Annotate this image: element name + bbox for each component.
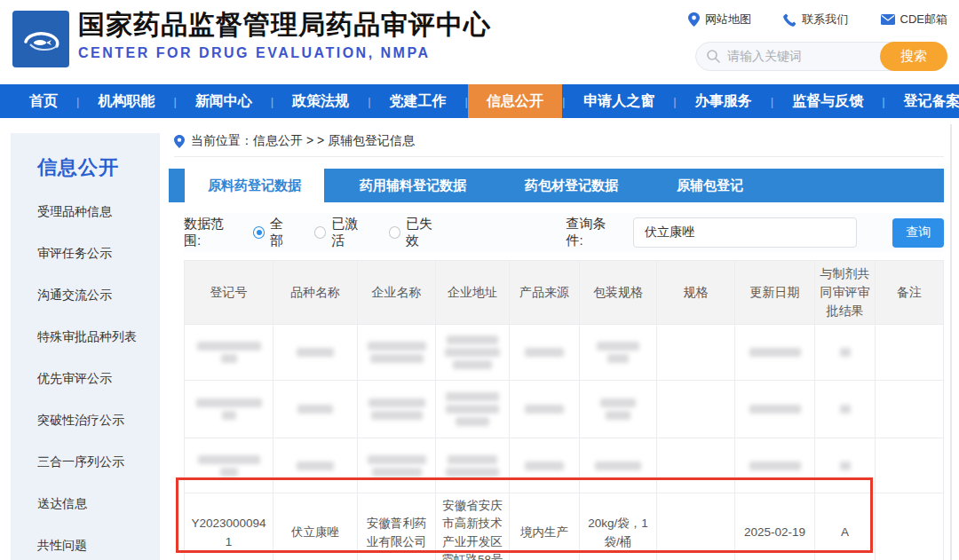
sidebar-item-priority-review[interactable]: 优先审评公示: [37, 371, 160, 387]
radio-expired-label: 已失效: [406, 216, 443, 249]
redacted-cell: [510, 381, 580, 438]
redacted-cell: [273, 381, 358, 438]
redacted-cell: [815, 325, 876, 381]
nav-item-supervision[interactable]: 监督与反馈: [773, 84, 882, 118]
content-right-divider: [950, 124, 952, 560]
query-button[interactable]: 查询: [892, 218, 944, 248]
cell-variety-name: 伏立康唑: [273, 493, 358, 560]
cell-spec: [657, 493, 735, 560]
scope-radio-group: 全部 已激活 已失效: [253, 216, 444, 249]
quick-links: 网站地图 联系我们 CDE邮箱: [688, 12, 947, 28]
col-header-package-spec: 包装规格: [580, 261, 657, 325]
radio-expired-control[interactable]: [389, 226, 400, 239]
radio-all[interactable]: 全部: [253, 216, 295, 249]
cde-mail-link[interactable]: CDE邮箱: [881, 12, 947, 28]
redacted-cell: [876, 325, 944, 381]
site-subtitle: CENTER FOR DRUG EVALUATION, NMPA: [78, 45, 491, 61]
sidebar: 信息公开 受理品种信息 审评任务公示 沟通交流公示 特殊审批品种列表 优先审评公…: [11, 133, 160, 560]
contact-us-label: 联系我们: [802, 12, 848, 28]
redacted-cell: [876, 438, 944, 493]
redacted-cell: [436, 438, 510, 493]
redacted-cell: [580, 325, 657, 381]
filter-bar: 数据范围: 全部 已激活 已失效 查询条件: 查询: [184, 213, 944, 252]
redacted-cell: [273, 325, 358, 381]
phone-icon: [783, 13, 797, 27]
search-icon: [707, 50, 720, 63]
cde-logo: [12, 11, 69, 67]
nav-item-policy[interactable]: 政策法规: [273, 84, 368, 118]
sidebar-item-breakthrough-therapy[interactable]: 突破性治疗公示: [37, 413, 160, 429]
redacted-cell: [735, 381, 815, 438]
cell-registration-no: Y20230000941: [185, 493, 273, 560]
tab-api-registration-data[interactable]: 原料药登记数据: [185, 169, 324, 202]
col-header-remarks: 备注: [876, 261, 944, 325]
nav-item-applicant-window[interactable]: 申请人之窗: [565, 84, 673, 118]
redacted-cell: [436, 381, 510, 438]
redacted-cell: [657, 325, 735, 381]
sidebar-item-special-approval[interactable]: 特殊审批品种列表: [37, 329, 160, 345]
search-input[interactable]: 请输入关键词: [727, 49, 880, 65]
radio-activated-control[interactable]: [314, 226, 326, 239]
radio-activated-label: 已激活: [331, 216, 369, 249]
redacted-cell: [358, 438, 436, 493]
breadcrumb-label: 当前位置：信息公开 > > 原辅包登记信息: [191, 133, 415, 149]
sitemap-link[interactable]: 网站地图: [688, 12, 751, 28]
page: 国家药品监督管理局药品审评中心 CENTER FOR DRUG EVALUATI…: [0, 0, 959, 560]
redacted-cell: [657, 381, 735, 438]
sidebar-item-communication[interactable]: 沟通交流公示: [37, 288, 160, 304]
tab-packaging-registration-data[interactable]: 药包材登记数据: [502, 169, 641, 202]
site-title: 国家药品监督管理局药品审评中心: [78, 8, 491, 42]
cell-joint-review-result: A: [815, 493, 876, 560]
nav-item-info-disclosure[interactable]: 信息公开: [468, 84, 562, 118]
redacted-cell: [185, 381, 273, 438]
nav-item-functions[interactable]: 机构职能: [79, 84, 173, 118]
tab-bar: 原料药登记数据 药用辅料登记数据 药包材登记数据 原辅包登记: [169, 169, 944, 202]
registration-table: 登记号 品种名称 企业名称 企业地址 产品来源 包装规格 规格 更新日期 与制剂…: [184, 260, 944, 560]
cell-product-source: 境内生产: [510, 493, 580, 560]
nav-item-home[interactable]: 首页: [11, 84, 76, 118]
sidebar-title: 信息公开: [37, 154, 160, 181]
redacted-cell: [580, 381, 657, 438]
redacted-cell: [358, 325, 436, 381]
table-header-row: 登记号 品种名称 企业名称 企业地址 产品来源 包装规格 规格 更新日期 与制剂…: [185, 261, 944, 325]
redacted-cell: [185, 325, 273, 381]
col-header-update-date: 更新日期: [735, 261, 815, 325]
redacted-cell: [358, 381, 436, 438]
tab-excipient-registration-data[interactable]: 药用辅料登记数据: [337, 169, 489, 202]
nav-item-party[interactable]: 党建工作: [371, 84, 465, 118]
nav-item-news[interactable]: 新闻中心: [177, 84, 271, 118]
col-header-joint-review-result: 与制剂共同审评审批结果: [815, 261, 876, 325]
location-pin-icon: [174, 135, 185, 148]
contact-us-link[interactable]: 联系我们: [783, 12, 848, 28]
radio-all-control[interactable]: [253, 226, 265, 239]
cell-update-date: 2025-02-19: [735, 493, 815, 560]
query-condition-input[interactable]: [633, 217, 857, 248]
nav-item-registration-platform[interactable]: 登记备案平台: [885, 84, 959, 118]
redacted-cell: [657, 438, 735, 493]
nav-item-services[interactable]: 办事服务: [677, 84, 771, 118]
redacted-cell: [815, 381, 876, 438]
radio-activated[interactable]: 已激活: [314, 216, 369, 249]
redacted-cell: [510, 325, 580, 381]
site-search[interactable]: 请输入关键词 搜索: [695, 42, 947, 71]
cde-mail-label: CDE邮箱: [900, 12, 947, 28]
search-button[interactable]: 搜索: [880, 42, 947, 71]
table-row-redacted: [185, 381, 944, 438]
sitemap-label: 网站地图: [705, 12, 751, 28]
radio-expired[interactable]: 已失效: [389, 216, 444, 249]
title-block: 国家药品监督管理局药品审评中心 CENTER FOR DRUG EVALUATI…: [78, 8, 491, 61]
sidebar-item-delivery-info[interactable]: 送达信息: [37, 496, 160, 512]
sidebar-item-accepted-varieties[interactable]: 受理品种信息: [37, 204, 160, 220]
sidebar-item-three-in-one[interactable]: 三合一序列公示: [37, 454, 160, 470]
sidebar-item-review-tasks[interactable]: 审评任务公示: [37, 246, 160, 262]
redacted-cell: [436, 325, 510, 381]
tab-apie-registration[interactable]: 原辅包登记: [654, 169, 766, 202]
redacted-cell: [510, 438, 580, 493]
redacted-cell: [273, 438, 358, 493]
fish-swirl-icon: [17, 15, 65, 63]
table-row-highlighted: Y20230000941 伏立康唑 安徽普利药业有限公司 安徽省安庆市高新技术产…: [185, 493, 944, 560]
location-pin-icon: [688, 12, 700, 27]
redacted-cell: [185, 438, 273, 493]
sidebar-item-common-issues[interactable]: 共性问题: [37, 538, 160, 554]
table-row-redacted: [185, 438, 944, 493]
